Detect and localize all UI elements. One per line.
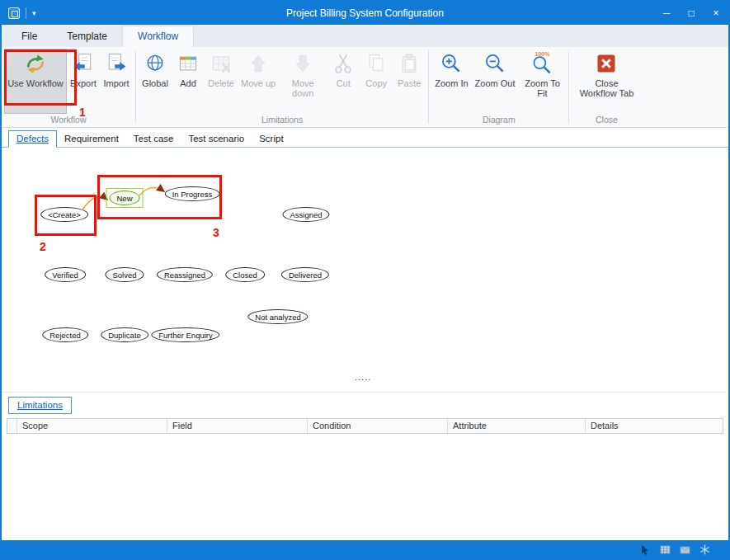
- cut-label: Cut: [337, 78, 351, 88]
- move-up-button: Move up: [238, 49, 279, 114]
- add-table-icon: [177, 52, 200, 78]
- workflow-node-further-enquiry[interactable]: Further Enquiry: [151, 327, 219, 342]
- workflow-node-new[interactable]: New: [109, 191, 139, 205]
- global-label: Global: [142, 78, 168, 88]
- ribbon-group-label-close: Close: [569, 114, 643, 127]
- import-button[interactable]: Import: [100, 49, 133, 114]
- import-icon: [105, 52, 128, 78]
- grid-icon[interactable]: [660, 544, 671, 555]
- ribbon-group-workflow: Use Workflow Export Import Workflow: [2, 47, 135, 127]
- mail-icon[interactable]: [680, 544, 690, 555]
- status-bar: [2, 540, 728, 558]
- cut-button: Cut: [327, 49, 360, 114]
- maximize-button[interactable]: □: [679, 2, 704, 25]
- pointer-icon[interactable]: [640, 544, 651, 555]
- app-icon[interactable]: [8, 7, 20, 19]
- export-label: Export: [70, 78, 97, 88]
- workflow-node-create[interactable]: <Create>: [40, 207, 88, 222]
- tab-limitations[interactable]: Limitations: [8, 397, 72, 414]
- workflow-node-closed[interactable]: Closed: [225, 267, 265, 282]
- ribbon: Use Workflow Export Import Workflow: [2, 47, 728, 128]
- ribbon-tab-bar: File Template Workflow: [2, 25, 728, 47]
- workflow-node-solved[interactable]: Solved: [105, 267, 144, 282]
- workflow-node-assigned[interactable]: Assigned: [282, 207, 329, 222]
- zoom-out-icon: [483, 52, 506, 78]
- tab-defects[interactable]: Defects: [8, 130, 57, 148]
- transition-create-to-new: [82, 196, 107, 209]
- use-workflow-button[interactable]: Use Workflow: [4, 49, 67, 114]
- delete-label: Delete: [208, 78, 234, 88]
- limitations-panel: Limitations Scope Field Condition Attrib…: [2, 392, 728, 540]
- move-down-label: Move down: [282, 78, 323, 98]
- workflow-node-in-progress[interactable]: In Progress: [165, 186, 220, 201]
- tab-workflow[interactable]: Workflow: [122, 26, 194, 47]
- column-header-field: Field: [167, 419, 308, 433]
- clipboard-icon: [398, 52, 421, 78]
- ribbon-group-diagram: Zoom In Zoom Out 100% Zoom To Fit Diagra: [429, 47, 568, 127]
- use-workflow-icon: [24, 52, 47, 78]
- close-workflow-tab-button[interactable]: Close Workflow Tab: [572, 49, 641, 114]
- ribbon-group-label-limitations: Limitations: [136, 114, 428, 127]
- add-label: Add: [180, 78, 196, 88]
- copy-icon: [365, 52, 388, 78]
- close-workflow-tab-label: Close Workflow Tab: [575, 78, 638, 98]
- paste-label: Paste: [398, 78, 421, 88]
- move-up-label: Move up: [241, 78, 276, 88]
- tab-requirement[interactable]: Requirement: [57, 131, 126, 147]
- zoom-in-button[interactable]: Zoom In: [431, 49, 471, 114]
- tab-script[interactable]: Script: [252, 131, 290, 147]
- snowflake-icon[interactable]: [699, 544, 710, 555]
- column-header-details: Details: [586, 419, 723, 433]
- ribbon-group-label-diagram: Diagram: [429, 114, 568, 127]
- copy-button: Copy: [360, 49, 393, 114]
- scissors-icon: [332, 52, 355, 78]
- workflow-node-duplicate[interactable]: Duplicate: [101, 327, 148, 342]
- close-tab-icon: [595, 52, 618, 78]
- column-header-condition: Condition: [308, 419, 448, 433]
- app-window: ▾ Project Billing System Configuration ─…: [0, 0, 730, 560]
- workflow-node-rejected[interactable]: Rejected: [42, 327, 88, 342]
- tab-test-scenario[interactable]: Test scenario: [181, 131, 252, 147]
- tab-template[interactable]: Template: [52, 26, 122, 47]
- zoom-out-label: Zoom Out: [475, 78, 516, 88]
- minimize-button[interactable]: ─: [654, 2, 679, 25]
- global-button[interactable]: Global: [139, 49, 172, 114]
- import-label: Import: [103, 78, 129, 88]
- annotation-number-3: 3: [213, 226, 219, 239]
- ribbon-group-label-workflow: Workflow: [2, 114, 135, 127]
- limitations-table-header: Scope Field Condition Attribute Details: [7, 418, 723, 434]
- zoom-to-fit-label: Zoom To Fit: [521, 78, 563, 98]
- workflow-node-reassigned[interactable]: Reassigned: [157, 267, 213, 282]
- zoom-to-fit-button[interactable]: 100% Zoom To Fit: [518, 49, 566, 114]
- tab-file[interactable]: File: [7, 26, 52, 47]
- zoom-in-icon: [440, 52, 463, 78]
- zoom-in-label: Zoom In: [435, 78, 468, 88]
- column-header-scope: Scope: [17, 419, 167, 433]
- workflow-node-not-analyzed[interactable]: Not analyzed: [247, 309, 308, 324]
- use-workflow-label: Use Workflow: [7, 78, 64, 88]
- tab-test-case[interactable]: Test case: [126, 131, 181, 147]
- add-button[interactable]: Add: [172, 49, 205, 114]
- annotation-number-1: 1: [79, 106, 86, 119]
- paste-button: Paste: [393, 49, 426, 114]
- window-title: Project Billing System Configuration: [2, 7, 728, 19]
- move-down-arrow-icon: [291, 52, 314, 78]
- export-button[interactable]: Export: [67, 49, 100, 114]
- zoom-out-button[interactable]: Zoom Out: [472, 49, 519, 114]
- copy-label: Copy: [365, 78, 387, 88]
- globe-icon: [144, 52, 167, 78]
- row-selector-column: [7, 419, 17, 433]
- column-header-attribute: Attribute: [448, 419, 586, 433]
- workflow-node-verified[interactable]: Verified: [45, 267, 86, 282]
- close-button[interactable]: ×: [704, 2, 728, 25]
- export-icon: [72, 52, 95, 78]
- workflow-node-delivered[interactable]: Delivered: [281, 267, 329, 282]
- ribbon-group-limitations: Global Add Delete: [136, 47, 428, 127]
- quick-access-caret-icon[interactable]: ▾: [32, 10, 36, 17]
- zoom-percent-badge: 100%: [530, 49, 553, 59]
- document-tab-strip: Defects Requirement Test case Test scena…: [2, 128, 728, 148]
- move-down-button: Move down: [279, 49, 327, 114]
- delete-button: Delete: [205, 49, 238, 114]
- annotation-number-2: 2: [40, 240, 46, 253]
- workflow-diagram-canvas[interactable]: <Create> New In Progress Assigned Verifi…: [2, 148, 728, 392]
